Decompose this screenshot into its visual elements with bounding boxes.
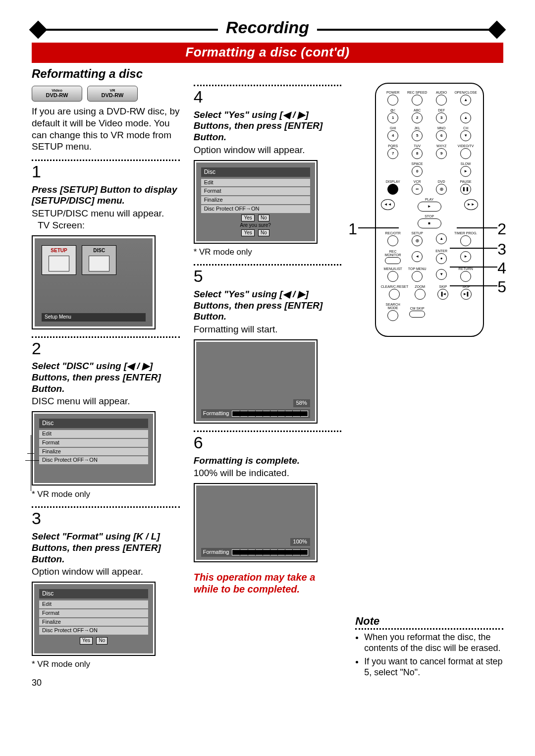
ch-up-button[interactable]: ▲	[460, 112, 471, 123]
intro-text: If you are using a DVD-RW disc, by defau…	[32, 106, 180, 153]
section-title: Recording	[218, 18, 317, 37]
slow-button[interactable]: ►	[460, 166, 471, 177]
callout-1: 1	[348, 219, 357, 239]
top-menu-button[interactable]	[412, 271, 423, 282]
callout-3-line	[450, 248, 497, 249]
progress-pct-58: 58%	[293, 399, 310, 407]
step-4-number: 4	[194, 86, 342, 108]
note-item-2: If you want to cancel format at step 5, …	[364, 656, 503, 678]
open-close-button[interactable]: ▲	[460, 95, 471, 106]
disc-icon	[89, 256, 109, 271]
ch-down-button[interactable]: ▼	[460, 130, 471, 141]
callout-4: 4	[497, 258, 506, 278]
callout-5: 5	[497, 277, 506, 297]
step-1-instr: Press [SETUP] Button to display [SETUP/D…	[32, 184, 180, 207]
clear-button[interactable]	[389, 289, 400, 300]
play-button[interactable]: ►	[418, 202, 441, 212]
timer-button[interactable]	[460, 235, 471, 246]
callout-1-line	[358, 227, 399, 228]
callout-5-line	[450, 285, 497, 286]
ff-button[interactable]: ►►	[464, 199, 478, 210]
progress-label: Formatting	[203, 410, 229, 417]
formatting-screen-58: 58% Formatting	[194, 339, 318, 424]
stop-button[interactable]: ■	[418, 218, 441, 228]
num-7[interactable]: 7	[387, 148, 398, 159]
up-button[interactable]: ▲	[436, 233, 447, 244]
num-6[interactable]: 6	[436, 130, 447, 141]
badge-dvd-rw-video: Video DVD-RW	[32, 86, 82, 102]
step-3-sub: Option window will appear.	[32, 566, 180, 578]
num-1[interactable]: 1	[387, 112, 398, 123]
step-2-number: 2	[32, 338, 180, 359]
video-tv-button[interactable]	[460, 148, 471, 159]
vcr-button[interactable]: ∞	[412, 184, 423, 195]
step-6-instr: Formatting is complete.	[194, 455, 342, 467]
step-3-instr: Select "Format" using [K / L] Buttons, t…	[32, 531, 180, 565]
zoom-button[interactable]	[415, 289, 426, 300]
subhead: Reformatting a disc	[32, 67, 503, 81]
down-button[interactable]: ▼	[436, 269, 447, 280]
note-item-1: When you reformat the disc, the contents…	[364, 632, 503, 654]
dvd-button[interactable]: ◎	[436, 184, 447, 195]
menu-list-button[interactable]	[387, 271, 398, 282]
return-button[interactable]	[460, 271, 471, 282]
left-button[interactable]: ◄	[412, 251, 423, 262]
menu-item-format: Format	[39, 439, 148, 447]
disc-menu-screen-2: Disc Edit Format Finalize Disc Protect O…	[32, 411, 156, 486]
option-no: No	[258, 215, 269, 222]
remote-control: POWER REC SPEED AUDIO OPEN/CLOSE▲ @/:1 A…	[375, 83, 484, 337]
right-button[interactable]: ►	[460, 251, 471, 262]
display-button[interactable]	[387, 184, 398, 195]
rec-speed-button[interactable]	[412, 95, 423, 106]
redband-title: Formatting a disc (cont'd)	[32, 43, 503, 63]
power-button[interactable]	[387, 95, 398, 106]
callout-2-line	[457, 227, 497, 228]
cm-skip-button[interactable]	[409, 311, 425, 318]
formatting-screen-100: 100% Formatting	[194, 483, 318, 562]
disc-menu-title: Disc	[39, 419, 148, 428]
step-2-instr: Select "DISC" using [◀ / ▶] Buttons, the…	[32, 361, 180, 394]
step-4-instr: Select "Yes" using [◀ / ▶] Buttons, then…	[194, 109, 342, 143]
search-mode-button[interactable]	[387, 310, 398, 321]
rec-monitor-button[interactable]	[385, 257, 401, 264]
option-no: No	[96, 637, 107, 645]
step-1-sub: SETUP/DISC menu will appear.	[32, 208, 180, 219]
enter-button[interactable]: ●	[436, 253, 447, 264]
step-6-number: 6	[194, 432, 342, 453]
tv-screen-label: TV Screen:	[32, 219, 180, 231]
menu-item-edit: Edit	[39, 430, 148, 438]
menu-item-disc-protect: Disc Protect OFF→ON	[39, 456, 148, 464]
num-5[interactable]: 5	[412, 130, 423, 141]
step-5-sub: Formatting will start.	[194, 324, 342, 335]
setup-button[interactable]: ◎	[412, 235, 423, 246]
step-6-sub: 100% will be indicated.	[194, 467, 342, 479]
warning-text: This operation may take a while to be co…	[194, 571, 342, 595]
audio-button[interactable]	[436, 95, 447, 106]
note-title: Note	[355, 614, 503, 630]
num-0[interactable]: 0	[412, 166, 423, 177]
disc-menu-screen-3: Disc Edit Format Finalize Disc Protect O…	[32, 582, 156, 656]
num-8[interactable]: 8	[412, 148, 423, 159]
num-2[interactable]: 2	[412, 112, 423, 123]
rec-button[interactable]	[387, 235, 398, 246]
callout-4-line	[450, 267, 497, 268]
num-9[interactable]: 9	[436, 148, 447, 159]
progress-bar	[232, 549, 308, 555]
step-5-instr: Select "Yes" using [◀ / ▶] Buttons, then…	[194, 289, 342, 323]
callout-2: 2	[497, 219, 506, 239]
tv-screen-setup: SETUP DISC Setup Menu	[32, 235, 156, 329]
page-number: 30	[32, 678, 42, 688]
step-2-sub: DISC menu will appear.	[32, 395, 180, 407]
callout-3: 3	[497, 239, 506, 259]
tab-setup: SETUP	[42, 245, 76, 275]
rew-button[interactable]: ◄◄	[381, 199, 395, 210]
step-1-number: 1	[32, 161, 180, 182]
skip-prev-button[interactable]: ▐◄	[437, 289, 448, 300]
step-5-number: 5	[194, 266, 342, 287]
skip-next-button[interactable]: ►▌	[461, 289, 472, 300]
progress-bar	[232, 411, 308, 417]
step-4-sub: Option window will appear.	[194, 144, 342, 156]
pause-button[interactable]: ❚❚	[460, 184, 471, 195]
num-3[interactable]: 3	[436, 112, 447, 123]
num-4[interactable]: 4	[387, 130, 398, 141]
